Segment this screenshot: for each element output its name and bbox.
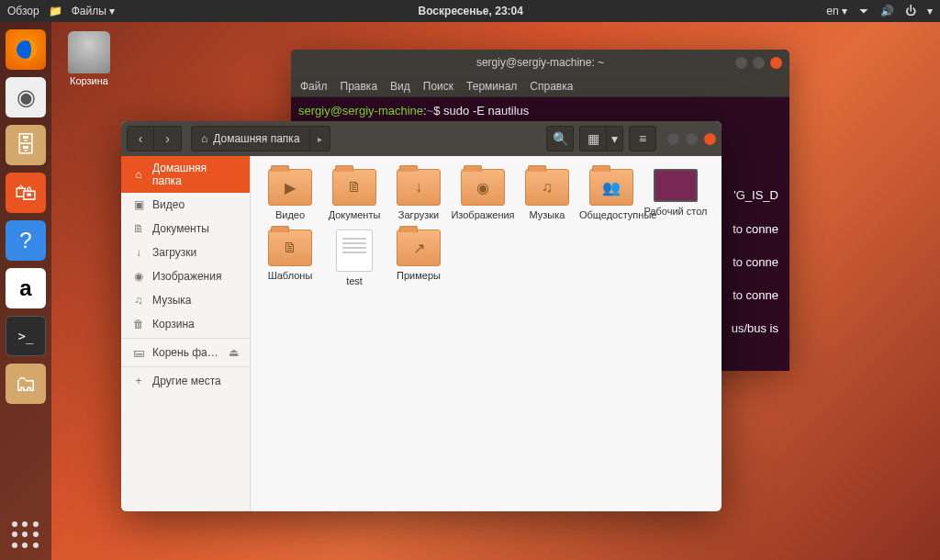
- folder-icon: ♫: [525, 169, 569, 206]
- file-label: Документы: [322, 209, 386, 220]
- sidebar-item[interactable]: ♫Музыка: [121, 288, 250, 312]
- file-item[interactable]: 🗎Шаблоны: [258, 230, 322, 286]
- power-icon[interactable]: ⏻: [905, 5, 916, 17]
- clock[interactable]: Воскресенье, 23:04: [115, 5, 826, 17]
- folder-icon: 👥: [589, 169, 633, 206]
- file-item[interactable]: ◉Изображения: [451, 169, 515, 220]
- file-label: Видео: [258, 209, 322, 220]
- sidebar-icon: ▣: [132, 198, 145, 211]
- language-indicator[interactable]: en ▾: [826, 5, 847, 17]
- file-label: Загрузки: [386, 209, 451, 220]
- sidebar-item[interactable]: ◉Изображения: [121, 264, 250, 288]
- dock: ◉ 🗄 🛍 ? a >_ 🗂: [0, 22, 51, 560]
- maximize-button[interactable]: [753, 57, 765, 69]
- dock-help[interactable]: ?: [6, 220, 46, 261]
- maximize-button[interactable]: [686, 133, 698, 145]
- file-label: Общедоступные: [579, 209, 643, 220]
- file-item[interactable]: 🗎Документы: [322, 169, 386, 220]
- dock-firefox[interactable]: [6, 29, 46, 70]
- file-item[interactable]: ♫Музыка: [515, 169, 579, 220]
- menu-file[interactable]: Файл: [300, 80, 328, 93]
- trash-icon: [68, 31, 110, 73]
- dock-amazon[interactable]: a: [6, 268, 46, 308]
- forward-button[interactable]: ›: [154, 126, 182, 151]
- file-label: Музыка: [515, 209, 579, 220]
- file-item[interactable]: ↓Загрузки: [386, 169, 451, 220]
- minimize-button[interactable]: [667, 133, 679, 145]
- file-item[interactable]: Рабочий стол: [643, 169, 708, 220]
- textfile-icon: [336, 230, 373, 272]
- close-button[interactable]: [770, 57, 782, 69]
- activities-button[interactable]: Обзор: [7, 5, 39, 17]
- network-icon[interactable]: ⏷: [858, 5, 869, 17]
- file-item[interactable]: ▶Видео: [258, 169, 322, 220]
- chevron-down-icon: ▾: [927, 5, 933, 17]
- hamburger-menu[interactable]: ≡: [629, 126, 656, 151]
- sidebar-item[interactable]: ↓Загрузки: [121, 241, 250, 264]
- menu-edit[interactable]: Правка: [341, 80, 378, 93]
- search-button[interactable]: 🔍: [546, 126, 574, 151]
- desktop-icon: [654, 169, 698, 202]
- top-bar: Обзор 📁 Файлы ▾ Воскресенье, 23:04 en ▾ …: [0, 0, 940, 22]
- folder-icon: 🗎: [268, 230, 312, 266]
- files-headerbar: ‹ › ⌂Домашняя папка ▸ 🔍 ▦ ▾ ≡: [121, 121, 722, 156]
- menu-view[interactable]: Вид: [390, 80, 410, 93]
- sidebar-item[interactable]: +Другие места: [121, 369, 250, 393]
- file-item[interactable]: 👥Общедоступные: [579, 169, 643, 220]
- sidebar-icon: 🗎: [132, 222, 145, 235]
- sidebar-icon: ⌂: [132, 168, 145, 181]
- folder-icon: ↓: [397, 169, 441, 206]
- sidebar-item[interactable]: ⌂Домашняя папка: [121, 156, 250, 193]
- file-label: Шаблоны: [258, 270, 322, 281]
- file-label: Рабочий стол: [643, 206, 708, 217]
- sidebar-icon: ◉: [132, 270, 145, 283]
- home-icon: ⌂: [201, 132, 207, 145]
- files-sidebar: ⌂Домашняя папка▣Видео🗎Документы↓Загрузки…: [121, 156, 251, 511]
- menu-terminal[interactable]: Терминал: [466, 80, 517, 93]
- path-bar[interactable]: ⌂Домашняя папка ▸: [191, 126, 362, 151]
- file-item[interactable]: test: [322, 230, 386, 286]
- terminal-titlebar[interactable]: sergiy@sergiy-machine: ~: [291, 50, 789, 75]
- folder-icon: 🗎: [332, 169, 376, 206]
- grid-view-button[interactable]: ▦: [579, 126, 607, 151]
- dock-archive[interactable]: 🗄: [6, 125, 46, 165]
- file-item[interactable]: ↗Примеры: [386, 230, 451, 286]
- file-label: Изображения: [451, 209, 515, 220]
- dock-files[interactable]: 🗂: [6, 364, 46, 404]
- eject-icon[interactable]: ⏏: [229, 346, 239, 359]
- files-grid[interactable]: ▶Видео🗎Документы↓Загрузки◉Изображения♫Му…: [251, 156, 722, 511]
- show-applications[interactable]: [0, 521, 51, 549]
- folder-icon: 📁: [49, 5, 62, 17]
- path-chevron-icon[interactable]: ▸: [310, 126, 330, 151]
- dock-software[interactable]: 🛍: [6, 173, 46, 213]
- menu-search[interactable]: Поиск: [423, 80, 453, 93]
- file-label: Примеры: [386, 270, 451, 281]
- sidebar-icon: ↓: [132, 246, 145, 259]
- dock-terminal[interactable]: >_: [6, 316, 46, 356]
- sidebar-icon: ♫: [132, 294, 145, 307]
- folder-icon: ▶: [268, 169, 312, 206]
- drive-icon: 🖴: [132, 346, 145, 359]
- app-menu[interactable]: Файлы ▾: [72, 5, 115, 17]
- terminal-menubar: Файл Правка Вид Поиск Терминал Справка: [291, 75, 789, 97]
- volume-icon[interactable]: 🔊: [880, 5, 894, 17]
- folder-icon: ◉: [461, 169, 505, 206]
- folder-icon: ↗: [397, 230, 441, 266]
- minimize-button[interactable]: [735, 57, 747, 69]
- sidebar-icon: 🗑: [132, 318, 145, 330]
- sidebar-item[interactable]: ▣Видео: [121, 193, 250, 217]
- back-button[interactable]: ‹: [127, 126, 154, 151]
- close-button[interactable]: [704, 133, 716, 145]
- dock-rhythmbox[interactable]: ◉: [6, 77, 46, 118]
- view-dropdown[interactable]: ▾: [607, 126, 623, 151]
- desktop-trash[interactable]: Корзина: [68, 31, 110, 86]
- sidebar-item[interactable]: 🗎Документы: [121, 217, 250, 241]
- sidebar-item[interactable]: 🗑Корзина: [121, 312, 250, 336]
- file-label: test: [322, 275, 386, 286]
- files-window: ‹ › ⌂Домашняя папка ▸ 🔍 ▦ ▾ ≡ ⌂Домашняя …: [121, 121, 722, 511]
- sidebar-item[interactable]: 🖴Корень фа…⏏: [121, 341, 250, 364]
- menu-help[interactable]: Справка: [530, 80, 573, 93]
